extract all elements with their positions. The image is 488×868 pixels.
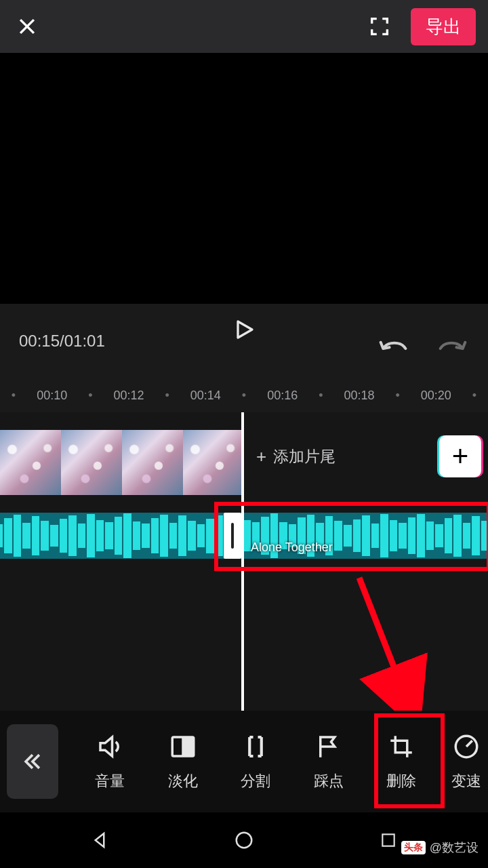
fullscreen-icon: [368, 15, 391, 38]
timeline-ruler[interactable]: • 00:10 • 00:12 • 00:14 • 00:16 • 00:18 …: [0, 378, 488, 412]
video-track[interactable]: [0, 430, 244, 495]
plus-icon: +: [256, 446, 266, 467]
split-icon: [241, 732, 270, 761]
video-preview[interactable]: [0, 53, 488, 304]
system-back-button[interactable]: [84, 825, 115, 856]
video-thumbnail: [183, 430, 244, 495]
add-ending-button[interactable]: + 添加片尾: [256, 446, 336, 467]
tool-label: 分割: [241, 771, 270, 791]
audio-track[interactable]: Alone Together: [0, 507, 488, 564]
watermark-author: @数艺设: [430, 840, 479, 856]
tool-label: 删除: [386, 771, 416, 791]
system-nav-bar: 头条 @数艺设: [0, 812, 488, 868]
svg-rect-4: [383, 834, 394, 846]
redo-icon: [438, 330, 468, 353]
tool-label: 音量: [95, 771, 125, 791]
chevron-double-left-icon: [21, 750, 44, 773]
add-ending-label: 添加片尾: [273, 446, 336, 467]
audio-trim-handle[interactable]: [224, 513, 241, 559]
add-clip-button[interactable]: +: [439, 435, 481, 477]
app-root: 导出 00:15/01:01 • 00:10 • 00:12 • 00:14 •…: [0, 0, 488, 868]
tool-beat[interactable]: 踩点: [293, 732, 364, 791]
triangle-back-icon: [89, 830, 110, 850]
tool-volume[interactable]: 音量: [75, 732, 145, 791]
ruler-tick: 00:18: [327, 389, 390, 403]
ruler-tick: 00:16: [251, 389, 314, 403]
waveform: [0, 513, 488, 559]
ruler-tick: 00:12: [97, 389, 160, 403]
ruler-tick: 00:14: [174, 389, 237, 403]
bottom-tool-strip: 音量 淡化 分割 踩点 删除 变速: [0, 711, 488, 812]
time-display: 00:15/01:01: [19, 332, 105, 351]
tool-label: 淡化: [168, 771, 198, 791]
system-recent-button[interactable]: [373, 825, 404, 856]
video-thumbnail: [0, 430, 61, 495]
close-button[interactable]: [12, 12, 42, 41]
square-recent-icon: [380, 831, 397, 849]
tool-delete[interactable]: 删除: [366, 732, 436, 791]
watermark: 头条 @数艺设: [401, 840, 479, 856]
ruler-tick: 00:10: [20, 389, 83, 403]
audio-clip-name: Alone Together: [251, 540, 333, 555]
svg-rect-1: [183, 737, 194, 756]
close-icon: [16, 15, 39, 38]
export-button[interactable]: 导出: [411, 8, 476, 45]
video-thumbnail: [61, 430, 122, 495]
play-button[interactable]: [226, 312, 262, 347]
top-bar: 导出: [0, 0, 488, 53]
annotation-arrow: [346, 571, 441, 711]
audio-clip[interactable]: Alone Together: [0, 513, 488, 559]
fade-icon: [169, 732, 197, 761]
volume-icon: [96, 732, 124, 761]
tools-back-button[interactable]: [7, 724, 58, 799]
system-home-button[interactable]: [228, 825, 260, 856]
tool-speed[interactable]: 变速: [439, 732, 483, 791]
crop-delete-icon: [387, 732, 415, 761]
tool-label: 变速: [451, 771, 481, 791]
tool-split[interactable]: 分割: [220, 732, 291, 791]
tool-label: 踩点: [314, 771, 344, 791]
flag-icon: [314, 732, 343, 761]
undo-icon: [378, 330, 408, 353]
tool-fade[interactable]: 淡化: [148, 732, 218, 791]
video-thumbnail: [122, 430, 183, 495]
svg-point-3: [237, 833, 252, 848]
timeline[interactable]: + 添加片尾 + Alone Together: [0, 412, 488, 711]
undo-button[interactable]: [377, 325, 409, 357]
fullscreen-button[interactable]: [365, 12, 394, 41]
ruler-tick: 00:20: [405, 389, 468, 403]
plus-icon: +: [452, 440, 469, 473]
watermark-badge: 头条: [401, 841, 426, 854]
redo-button[interactable]: [436, 325, 469, 357]
play-icon: [232, 316, 256, 343]
circle-home-icon: [234, 830, 254, 850]
gauge-icon: [452, 732, 481, 761]
